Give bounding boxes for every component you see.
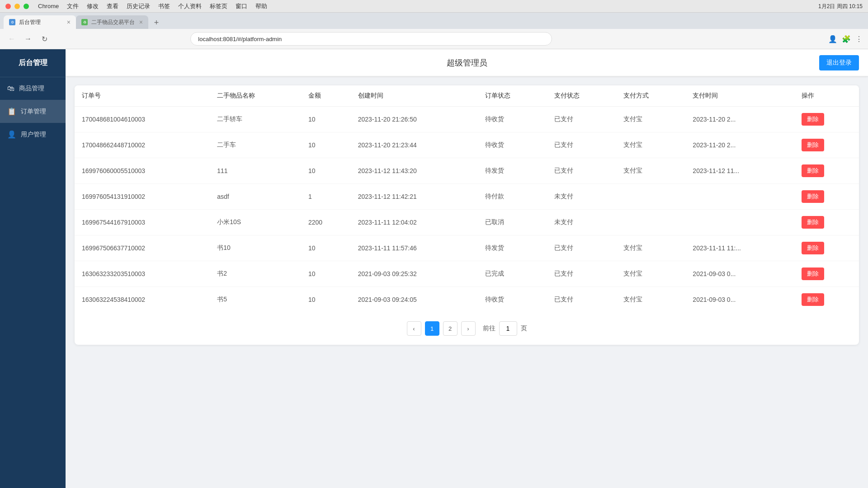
tab-favicon-admin: ⚙ [9,19,15,25]
fullscreen-button[interactable] [24,4,29,9]
cell-amount: 10 [301,261,351,287]
cell-action: 删除 [794,210,859,235]
cell-created: 2023-11-11 12:04:02 [351,210,478,235]
main-header: 超级管理员 退出登录 [66,49,868,76]
users-icon: 👤 [7,130,16,139]
table-row: 170048662448710002 二手车 10 2023-11-20 21:… [75,132,859,158]
address-bar[interactable]: localhost:8081/#/platform-admin [190,32,552,46]
cell-pay-status: 已支付 [547,287,616,313]
cell-id: 170048681004610003 [75,107,210,132]
sidebar-item-users[interactable]: 👤 用户管理 [0,123,66,146]
next-page-button[interactable]: › [461,321,476,336]
cell-order-status: 待收货 [478,132,547,158]
menu-tabs[interactable]: 标签页 [210,2,227,10]
prev-page-button[interactable]: ‹ [407,321,421,336]
sidebar-users-label: 用户管理 [21,131,46,139]
order-table-container: 订单号 二手物品名称 金额 创建时间 订单状态 支付状态 支付方式 支付时间 操… [75,85,859,345]
cell-pay-method: 支付宝 [616,235,685,261]
col-header-pay-method: 支付方式 [616,85,685,107]
cell-pay-time: 2023-11-12 11... [685,158,794,184]
cell-order-status: 待发货 [478,158,547,184]
cell-pay-time: 2023-11-20 2... [685,107,794,132]
cell-id: 169976054131910002 [75,184,210,210]
menu-edit[interactable]: 修改 [87,2,99,10]
more-icon[interactable]: ⋮ [855,35,863,43]
profile-icon[interactable]: 👤 [828,35,837,43]
cell-pay-status: 已支付 [547,158,616,184]
cell-amount: 10 [301,235,351,261]
cell-name: 二手车 [210,132,301,158]
cell-amount: 1 [301,184,351,210]
delete-button-3[interactable]: 删除 [802,190,824,203]
minimize-button[interactable] [14,4,20,9]
cell-created: 2023-11-20 21:26:50 [351,107,478,132]
new-tab-button[interactable]: + [150,16,163,29]
cell-id: 169967544167910003 [75,210,210,235]
delete-button-7[interactable]: 删除 [802,293,824,306]
cell-pay-method: 支付宝 [616,132,685,158]
forward-button[interactable]: → [22,33,34,45]
delete-button-1[interactable]: 删除 [802,139,824,151]
menu-window[interactable]: 窗口 [236,2,247,10]
logout-button[interactable]: 退出登录 [819,55,859,70]
cell-id: 169967506637710002 [75,235,210,261]
main-content: 超级管理员 退出登录 订单号 二手物品名称 金额 创建时间 订单状态 支付状态 … [66,49,868,488]
menu-profile[interactable]: 个人资料 [178,2,202,10]
page-goto: 前往 页 [483,321,527,336]
menu-bookmarks[interactable]: 书签 [158,2,170,10]
delete-button-6[interactable]: 删除 [802,267,824,280]
menu-help[interactable]: 帮助 [255,2,267,10]
tab-close-admin[interactable]: × [67,19,71,26]
products-icon: 🛍 [7,84,14,93]
page-1-button[interactable]: 1 [425,321,439,336]
menu-history[interactable]: 历史记录 [127,2,150,10]
delete-button-2[interactable]: 删除 [802,164,824,177]
system-tray: 1月2日 周四 10:15 [818,2,863,10]
menu-chrome[interactable]: Chrome [38,3,59,9]
tab-market[interactable]: ♻ 二手物品交易平台 × [76,15,148,29]
col-header-pay-time: 支付时间 [685,85,794,107]
col-header-created: 创建时间 [351,85,478,107]
reload-button[interactable]: ↻ [38,33,51,45]
sidebar-products-label: 商品管理 [19,84,44,93]
tab-admin-label: 后台管理 [19,19,41,26]
cell-pay-method: 支付宝 [616,261,685,287]
tab-market-label: 二手物品交易平台 [91,19,135,26]
cell-amount: 10 [301,158,351,184]
goto-prefix: 前往 [483,324,495,333]
back-button[interactable]: ← [5,33,18,45]
cell-action: 删除 [794,107,859,132]
page-title: 超级管理员 [447,57,487,68]
cell-id: 163063233203510003 [75,261,210,287]
delete-button-0[interactable]: 删除 [802,113,824,126]
close-button[interactable] [5,4,11,9]
cell-name: 书10 [210,235,301,261]
cell-pay-time: 2021-09-03 0... [685,287,794,313]
browser-actions: 👤 🧩 ⋮ [828,35,863,43]
sidebar-item-products[interactable]: 🛍 商品管理 [0,77,66,100]
browser-chrome: ⚙ 后台管理 × ♻ 二手物品交易平台 × + ← → ↻ localhost:… [0,13,868,49]
extensions-icon[interactable]: 🧩 [842,35,851,43]
table-row: 170048681004610003 二手轿车 10 2023-11-20 21… [75,107,859,132]
cell-pay-status: 已支付 [547,107,616,132]
goto-suffix: 页 [521,324,527,333]
order-table: 订单号 二手物品名称 金额 创建时间 订单状态 支付状态 支付方式 支付时间 操… [75,85,859,312]
delete-button-4[interactable]: 删除 [802,216,824,229]
cell-pay-method: 支付宝 [616,158,685,184]
table-header-row: 订单号 二手物品名称 金额 创建时间 订单状态 支付状态 支付方式 支付时间 操… [75,85,859,107]
table-row: 169976054131910002 asdf 1 2023-11-12 11:… [75,184,859,210]
tab-close-market[interactable]: × [139,19,143,26]
pagination: ‹ 1 2 › 前往 页 [75,312,859,345]
page-2-button[interactable]: 2 [443,321,458,336]
tab-bar: ⚙ 后台管理 × ♻ 二手物品交易平台 × + [0,13,868,29]
cell-amount: 10 [301,132,351,158]
tab-admin[interactable]: ⚙ 后台管理 × [4,15,76,29]
sidebar-item-orders[interactable]: 📋 订单管理 [0,100,66,123]
goto-input[interactable] [499,321,517,336]
menu-view[interactable]: 查看 [107,2,118,10]
cell-action: 删除 [794,184,859,210]
delete-button-5[interactable]: 删除 [802,242,824,254]
col-header-order-status: 订单状态 [478,85,547,107]
cell-pay-status: 已支付 [547,261,616,287]
menu-file[interactable]: 文件 [67,2,79,10]
